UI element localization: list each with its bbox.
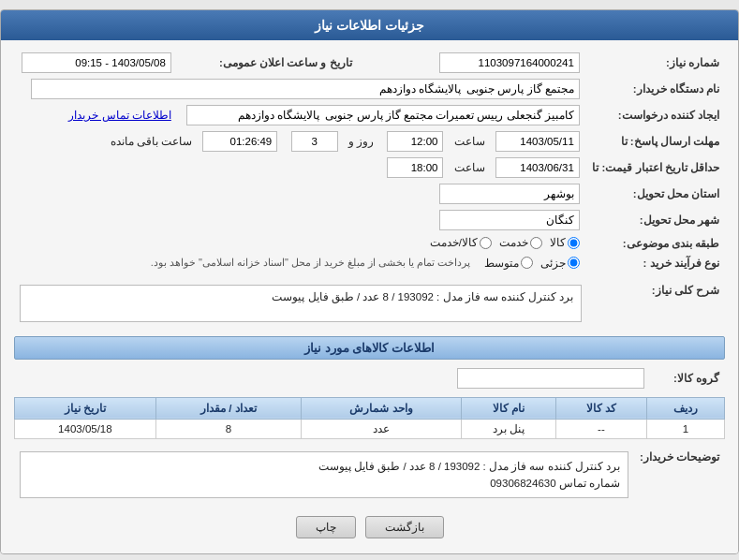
response-time-input[interactable] xyxy=(387,131,443,152)
purchase-type-label: نوع فرآیند خرید : xyxy=(585,254,725,273)
category-option-khadamat: خدمت xyxy=(499,236,542,249)
response-days-input[interactable] xyxy=(291,131,338,152)
category-radio-group: کالا خدمت کالا/خدمت xyxy=(430,236,580,249)
goods-data-table: ردیف کد کالا نام کالا واحد شمارش تعداد /… xyxy=(14,397,725,439)
col-header-row: ردیف xyxy=(646,397,724,419)
category-label: طبقه بندی موضوعی: xyxy=(585,233,725,254)
delivery-province-label: استان محل تحویل: xyxy=(585,181,725,207)
datetime-label: تاریخ و ساعت اعلان عمومی: xyxy=(177,50,358,76)
buyer-notes-table: توضیحات خریدار: برد کنترل کننده سه فاز م… xyxy=(14,445,725,506)
info-table: شماره نیاز: تاریخ و ساعت اعلان عمومی: نا… xyxy=(14,50,725,273)
purchase-note: پرداخت تمام یا بخشی از مبلغ خرید از محل … xyxy=(151,257,471,269)
datetime-input[interactable] xyxy=(22,52,171,73)
need-number-label: شماره نیاز: xyxy=(585,50,725,76)
purchase-jozi-label: جزئی xyxy=(540,257,566,270)
col-header-qty: تعداد / مقدار xyxy=(155,397,301,419)
page-header: جزئیات اطلاعات نیاز xyxy=(1,10,738,40)
cell-code: -- xyxy=(556,419,647,438)
table-row: 1 -- پنل برد عدد 8 1403/05/18 xyxy=(15,419,725,438)
need-desc-label: شرح کلی نیاز: xyxy=(587,278,725,329)
cell-date: 1403/05/18 xyxy=(15,419,156,438)
cell-name: پنل برد xyxy=(462,419,556,438)
contact-info-link[interactable]: اطلاعات تماس خریدار xyxy=(68,110,170,121)
days-label: روز و xyxy=(348,135,374,148)
category-radio-khadamat[interactable] xyxy=(530,237,542,249)
col-header-code: کد کالا xyxy=(556,397,647,419)
button-row: بازگشت چاپ xyxy=(14,516,725,538)
response-remaining-input[interactable] xyxy=(202,131,277,152)
requestor-label: ایجاد کننده درخواست: xyxy=(585,102,725,128)
col-header-date: تاریخ نیاز xyxy=(15,397,156,419)
category-option-kala: کالا xyxy=(550,236,580,249)
purchase-option-jozi: جزئی xyxy=(540,257,580,270)
buyer-notes-box: برد کنترل کننده سه فاز مدل : 193092 / 8 … xyxy=(20,451,628,499)
category-radio-kala-khadamat[interactable] xyxy=(480,237,492,249)
delivery-city-label: شهر محل تحویل: xyxy=(585,207,725,233)
hours-label: ساعت xyxy=(454,135,485,148)
category-radio-kala[interactable] xyxy=(568,237,580,249)
print-button[interactable]: چاپ xyxy=(296,516,356,538)
need-desc-box: برد کنترل کننده سه فاز مدل : 193092 / 8 … xyxy=(20,285,582,322)
purchase-radio-jozi[interactable] xyxy=(568,257,580,269)
category-kala-label: کالا xyxy=(550,236,566,249)
cell-unit: عدد xyxy=(301,419,461,438)
page-title: جزئیات اطلاعات نیاز xyxy=(315,18,424,33)
buyer-org-label: نام دستگاه خریدار: xyxy=(585,76,725,102)
delivery-city-input[interactable] xyxy=(439,210,580,230)
page-wrapper: جزئیات اطلاعات نیاز شماره نیاز: تاریخ و … xyxy=(0,9,739,554)
goods-group-input[interactable]: ابزارآلات الکتریکی xyxy=(457,368,644,389)
back-button[interactable]: بازگشت xyxy=(365,516,444,538)
category-option-kala-khadamat: کالا/خدمت xyxy=(430,236,492,249)
need-desc-text: برد کنترل کننده سه فاز مدل : 193092 / 8 … xyxy=(272,291,573,302)
cell-row-num: 1 xyxy=(646,419,724,438)
cell-qty: 8 xyxy=(155,419,301,438)
col-header-unit: واحد شمارش xyxy=(301,397,461,419)
price-hours-label: ساعت xyxy=(454,161,485,174)
response-date-input[interactable] xyxy=(495,131,580,152)
buyer-notes-line2: شماره تماس 09306824630 xyxy=(28,475,620,492)
need-number-input[interactable] xyxy=(439,52,580,73)
category-khadamat-label: خدمت xyxy=(499,236,528,249)
delivery-province-input[interactable] xyxy=(439,184,580,204)
requestor-input[interactable] xyxy=(186,105,580,125)
category-kala-khadamat-label: کالا/خدمت xyxy=(430,236,478,249)
buyer-notes-line1: برد کنترل کننده سه فاز مدل : 193092 / 8 … xyxy=(28,458,620,475)
purchase-type-radio-group: جزئی متوسط xyxy=(484,257,580,270)
need-desc-table: شرح کلی نیاز: برد کنترل کننده سه فاز مدل… xyxy=(14,278,725,329)
col-header-name: نام کالا xyxy=(462,397,556,419)
purchase-radio-motavaset[interactable] xyxy=(521,257,533,269)
price-time-input[interactable] xyxy=(387,157,443,178)
buyer-notes-label: توضیحات خریدار: xyxy=(634,445,725,506)
price-deadline-label: حداقل تاریخ اعتبار قیمت: تا xyxy=(585,155,725,181)
goods-group-label: گروه کالا: xyxy=(650,365,725,391)
response-deadline-label: مهلت ارسال پاسخ: تا xyxy=(585,128,725,155)
purchase-option-motavaset: متوسط xyxy=(484,257,533,270)
goods-group-table: گروه کالا: ابزارآلات الکتریکی xyxy=(14,365,725,391)
purchase-motavaset-label: متوسط xyxy=(484,257,519,270)
price-date-input[interactable] xyxy=(495,157,580,178)
main-content: شماره نیاز: تاریخ و ساعت اعلان عمومی: نا… xyxy=(1,40,738,553)
goods-info-title: اطلاعات کالاهای مورد نیاز xyxy=(14,336,725,360)
buyer-org-input[interactable] xyxy=(31,79,580,99)
remaining-label: ساعت باقی مانده xyxy=(111,135,192,148)
